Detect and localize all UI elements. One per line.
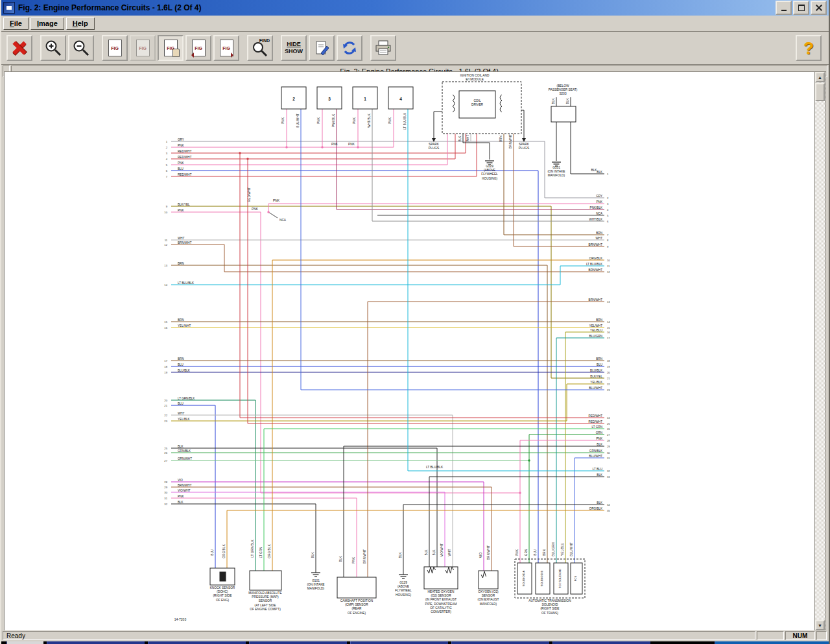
annotate-button[interactable] bbox=[309, 35, 335, 61]
svg-text:31: 31 bbox=[164, 497, 167, 500]
svg-text:BLK: BLK bbox=[458, 136, 462, 142]
svg-text:21: 21 bbox=[607, 377, 610, 380]
svg-text:26: 26 bbox=[607, 427, 610, 431]
svg-text:LT GRN: LT GRN bbox=[592, 425, 602, 429]
svg-text:PNK: PNK bbox=[348, 143, 355, 146]
svg-text:BLU/GRN: BLU/GRN bbox=[552, 542, 555, 556]
taskbar-button[interactable] bbox=[249, 641, 347, 644]
minimize-icon bbox=[781, 10, 787, 11]
find-button[interactable]: FIND bbox=[247, 35, 273, 61]
figure-prev-view-button[interactable]: FIG bbox=[130, 35, 156, 61]
svg-text:G101(ON INTAKEMANIFOLD): G101(ON INTAKEMANIFOLD) bbox=[547, 166, 565, 177]
arrow-right-icon bbox=[231, 53, 236, 58]
taskbar-button[interactable] bbox=[451, 641, 549, 644]
svg-text:17: 17 bbox=[607, 337, 610, 340]
taskbar-button[interactable] bbox=[148, 641, 246, 644]
svg-text:GRN/BLK: GRN/BLK bbox=[589, 449, 603, 453]
close-button[interactable] bbox=[811, 1, 827, 15]
svg-text:23: 23 bbox=[607, 388, 610, 392]
zoom-out-button[interactable] bbox=[68, 35, 94, 61]
svg-text:BLU/WHT: BLU/WHT bbox=[296, 113, 300, 128]
zoom-out-icon bbox=[72, 39, 90, 57]
figure-next-button[interactable]: FIG bbox=[213, 35, 239, 61]
scrollbar-thumb[interactable] bbox=[815, 83, 825, 101]
svg-text:VIO/WHT: VIO/WHT bbox=[178, 489, 191, 492]
menu-file[interactable]: File bbox=[3, 18, 29, 30]
svg-text:13: 13 bbox=[164, 264, 167, 267]
taskbar-tray[interactable] bbox=[715, 641, 830, 644]
svg-text:RED/WHT: RED/WHT bbox=[178, 150, 192, 153]
svg-text:BLK: BLK bbox=[311, 552, 314, 558]
status-bar: Ready NUM bbox=[1, 630, 829, 641]
svg-text:18: 18 bbox=[164, 365, 167, 368]
svg-text:GRN/BLK: GRN/BLK bbox=[178, 449, 191, 453]
svg-text:BLK: BLK bbox=[552, 98, 555, 104]
svg-text:KNOCK SENSOR(DOHC)(RIGHT SIDEO: KNOCK SENSOR(DOHC)(RIGHT SIDEOF ENG) bbox=[210, 586, 235, 602]
svg-text:10: 10 bbox=[607, 259, 610, 262]
svg-text:PNK: PNK bbox=[178, 495, 184, 498]
svg-text:18: 18 bbox=[607, 359, 610, 363]
taskbar-button[interactable] bbox=[6, 641, 43, 644]
svg-text:6: 6 bbox=[166, 169, 168, 173]
svg-text:BRN: BRN bbox=[499, 135, 503, 142]
svg-text:BLU/WHT: BLU/WHT bbox=[589, 455, 602, 458]
taskbar-button[interactable] bbox=[47, 641, 145, 644]
refresh-button[interactable] bbox=[337, 35, 362, 61]
figure-pan-button[interactable]: FIG bbox=[158, 35, 184, 61]
svg-text:25: 25 bbox=[164, 447, 167, 450]
scroll-down-button[interactable]: ▼ bbox=[815, 620, 825, 630]
svg-text:2: 2 bbox=[292, 97, 295, 101]
restore-button[interactable] bbox=[793, 1, 809, 15]
menu-image[interactable]: Image bbox=[30, 18, 64, 30]
svg-text:LT BLU: LT BLU bbox=[593, 468, 602, 471]
help-button[interactable]: ? bbox=[796, 35, 822, 61]
svg-text:AUTOMATIC TRANSMISSIONSOLENOID: AUTOMATIC TRANSMISSIONSOLENOID(RIGHT SID… bbox=[528, 599, 571, 615]
svg-text:BLU/GRN: BLU/GRN bbox=[589, 335, 602, 338]
svg-text:BRN: BRN bbox=[596, 357, 602, 361]
notes-icon bbox=[313, 40, 330, 56]
close-icon bbox=[816, 5, 822, 11]
svg-text:BLK: BLK bbox=[178, 445, 184, 448]
svg-text:1: 1 bbox=[364, 97, 366, 101]
figure-previous-button[interactable]: FIG bbox=[185, 35, 211, 61]
svg-text:YEL/BLU: YEL/BLU bbox=[590, 329, 602, 332]
refresh-icon bbox=[341, 40, 358, 56]
svg-text:20: 20 bbox=[607, 371, 610, 374]
svg-text:BRN: BRN bbox=[596, 318, 602, 322]
svg-text:27: 27 bbox=[164, 459, 167, 462]
svg-text:5: 5 bbox=[166, 163, 168, 167]
svg-text:35: 35 bbox=[607, 509, 610, 512]
svg-text:ORG/BLK: ORG/BLK bbox=[589, 507, 603, 510]
diagram-canvas[interactable]: 1GRY2PNK3RED/WHT4RED/WHT5PNK6BLU7RED/WHT… bbox=[5, 72, 815, 630]
print-button[interactable] bbox=[370, 35, 396, 61]
minimize-button[interactable] bbox=[776, 1, 792, 15]
taskbar-button[interactable] bbox=[552, 641, 650, 644]
close-figure-button[interactable] bbox=[6, 35, 32, 61]
svg-text:PNK/BLK: PNK/BLK bbox=[590, 206, 603, 209]
svg-text:13: 13 bbox=[607, 300, 610, 304]
help-question-icon: ? bbox=[803, 38, 814, 58]
svg-text:BLK: BLK bbox=[597, 473, 603, 477]
svg-text:VIO/WHT: VIO/WHT bbox=[440, 543, 444, 557]
hide-show-button[interactable]: HIDESHOW bbox=[281, 35, 307, 61]
svg-text:BLK: BLK bbox=[339, 556, 342, 562]
scroll-up-button[interactable]: ▲ bbox=[815, 72, 825, 82]
app-icon[interactable] bbox=[3, 2, 15, 14]
taskbar-button[interactable] bbox=[350, 641, 448, 644]
svg-text:PNK: PNK bbox=[252, 208, 259, 211]
zoom-in-button[interactable] bbox=[40, 35, 66, 61]
svg-text:BRN: BRN bbox=[178, 357, 184, 361]
svg-text:8: 8 bbox=[607, 239, 609, 242]
vertical-scrollbar[interactable]: ▲ ▼ bbox=[814, 72, 825, 630]
svg-text:BLK: BLK bbox=[591, 169, 597, 172]
svg-text:LT GRN/BLK: LT GRN/BLK bbox=[178, 397, 195, 400]
svg-text:32: 32 bbox=[607, 470, 610, 473]
svg-text:3: 3 bbox=[166, 152, 168, 155]
svg-text:11: 11 bbox=[607, 265, 610, 268]
figure-list-button[interactable]: FIG bbox=[102, 35, 128, 61]
svg-text:BLK: BLK bbox=[566, 98, 569, 104]
menu-help[interactable]: Help bbox=[66, 18, 95, 30]
svg-text:PNK/BLK: PNK/BLK bbox=[332, 113, 335, 127]
arrow-left-icon bbox=[189, 53, 194, 58]
svg-text:BLU/BLK: BLU/BLK bbox=[178, 369, 191, 372]
